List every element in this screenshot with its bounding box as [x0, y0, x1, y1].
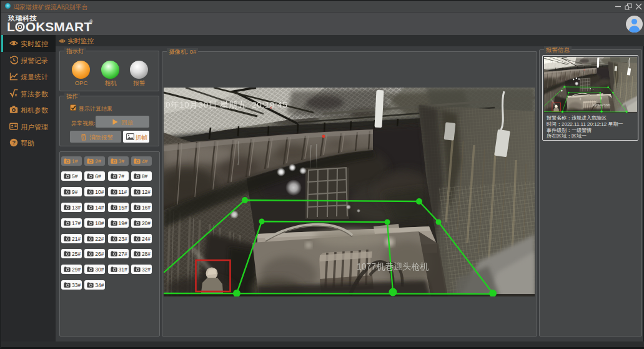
svg-text:?: ?: [12, 139, 16, 146]
svg-text:x: x: [14, 92, 17, 98]
